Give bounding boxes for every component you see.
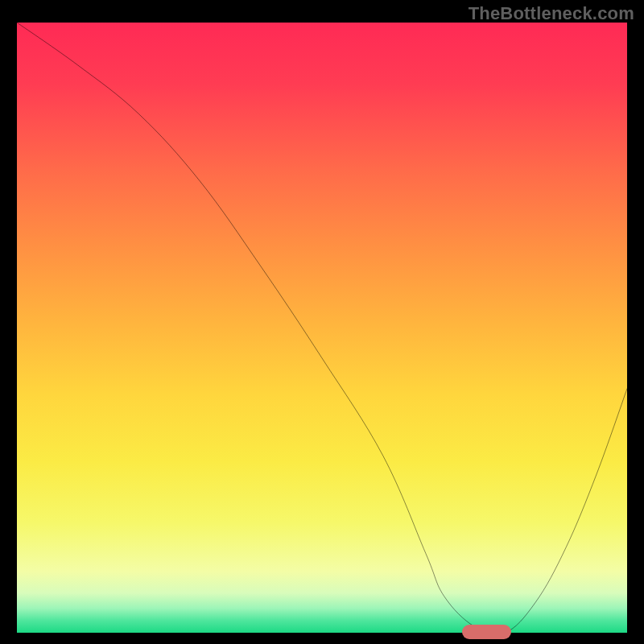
plot-area xyxy=(17,23,627,633)
watermark-text: TheBottleneck.com xyxy=(469,3,634,24)
bottleneck-curve xyxy=(17,23,627,633)
chart-frame: TheBottleneck.com xyxy=(0,0,644,644)
minimum-marker xyxy=(462,625,511,639)
